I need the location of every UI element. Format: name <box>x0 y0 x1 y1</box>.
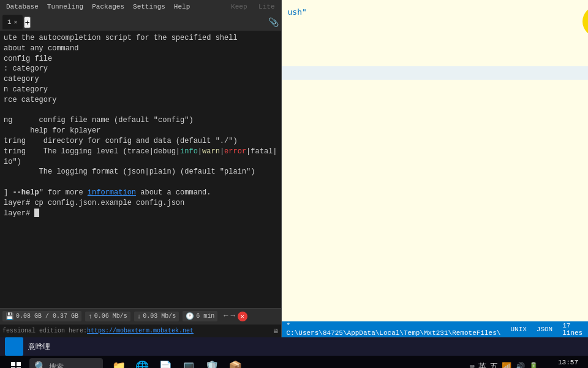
term-line-9: tring directory for config and data (def… <box>4 136 277 147</box>
close-icon[interactable]: ✕ <box>14 18 18 26</box>
status-lines: 17 lines <box>562 322 582 337</box>
search-input[interactable] <box>49 362 86 368</box>
term-line-7: ng config file name (default "config") <box>4 115 277 126</box>
status-disk: 💾 0.08 GB / 0.37 GB <box>2 311 81 321</box>
status-download: ↓ 0.03 Mb/s <box>134 312 179 321</box>
editor-text: ush" <box>288 6 588 18</box>
term-line-4: category <box>4 74 277 85</box>
svg-rect-1 <box>17 362 21 366</box>
monitor-icon: 🖥 <box>273 328 279 335</box>
term-line-6: rce category <box>4 95 277 105</box>
system-tray: ⌨ 英 五 📶 🔊 🔋 13:57 2023/5/16 <box>465 358 583 368</box>
taskbar-app-pkg[interactable]: 📦 <box>224 356 246 368</box>
term-line-1: about any command <box>4 44 277 54</box>
disk-value: 0.08 GB / 0.37 GB <box>16 313 78 320</box>
search-bar[interactable]: 🔍 <box>29 358 103 368</box>
taskbar-app-edge[interactable]: 🌐 <box>131 356 153 368</box>
terminal-content: ute the autocompletion script for the sp… <box>0 31 281 308</box>
menu-settings[interactable]: Settings <box>129 2 169 12</box>
encoding-text: UNIX <box>510 326 526 333</box>
clock-time: 13:57 <box>558 358 578 367</box>
main-container: Database Tunneling Packages Settings Hel… <box>0 0 588 368</box>
footer-text-pre: fessional edition here: <box>2 328 87 334</box>
term-line-3: : category <box>4 64 277 74</box>
taskbar-app-shield[interactable]: 🛡️ <box>201 356 223 368</box>
format-text: JSON <box>537 326 552 333</box>
terminal-tab-bar: 1 ✕ + 📎 <box>0 13 281 31</box>
svg-rect-0 <box>11 362 15 366</box>
new-tab-button[interactable]: + <box>24 17 31 28</box>
term-line-5: n category <box>4 85 277 95</box>
menu-help[interactable]: Help <box>170 2 194 12</box>
disk-icon: 💾 <box>6 312 14 320</box>
clock-display: 13:57 2023/5/16 <box>542 358 578 368</box>
terminal-tab-1[interactable]: 1 ✕ <box>2 15 23 29</box>
status-encoding: UNIX <box>510 326 526 333</box>
term-line-12: The logging format (json|plain) (default… <box>4 167 277 177</box>
status-filepath: * C:\Users\84725\AppData\Local\Temp\Mxt2… <box>287 322 501 337</box>
lines-text: 17 lines <box>562 322 582 337</box>
upload-value: 0.06 Mb/s <box>94 313 127 320</box>
terminal-panel: Database Tunneling Packages Settings Hel… <box>0 0 282 337</box>
tray-battery-icon[interactable]: 🔋 <box>529 362 538 368</box>
term-line-10: tring The logging level (trace|debug|inf… <box>4 147 277 157</box>
taskbar-apps: 📁 🌐 📄 💻 🛡️ 📦 <box>108 356 246 368</box>
taskbar-app-vscode[interactable]: 💻 <box>178 356 200 368</box>
time-value: 6 min <box>196 313 214 320</box>
menu-bar: Database Tunneling Packages Settings Hel… <box>0 0 281 13</box>
menu-packages[interactable]: Packages <box>88 2 128 12</box>
taskbar-app-explorer[interactable]: 📁 <box>108 356 130 368</box>
tray-language-icon[interactable]: 英 <box>478 361 486 368</box>
upload-icon: ↑ <box>88 313 92 320</box>
tray-wifi-icon[interactable]: 📶 <box>502 362 511 368</box>
term-line-2: config file <box>4 54 277 64</box>
filepath-text: * C:\Users\84725\AppData\Local\Temp\Mxt2… <box>287 322 501 337</box>
windows-logo-icon <box>11 362 21 368</box>
term-line-13: ] --help" for more information about a c… <box>4 188 277 198</box>
term-line-11: io") <box>4 157 277 167</box>
status-time: 🕐 6 min <box>183 311 217 321</box>
editor-panel: I ush" * C:\Users\84725\AppData\Local\Te… <box>282 0 588 337</box>
menu-keep[interactable]: Keep <box>227 2 251 12</box>
nav-back-button[interactable]: ← <box>224 312 228 321</box>
taskbar-app-word[interactable]: 📄 <box>154 356 176 368</box>
editor-line-1: ush" <box>288 6 588 18</box>
editor-status-bar: * C:\Users\84725\AppData\Local\Temp\Mxt2… <box>282 321 588 337</box>
download-icon: ↓ <box>137 313 141 320</box>
menu-database[interactable]: Database <box>2 2 42 12</box>
terminal-status-bar: 💾 0.08 GB / 0.37 GB ↑ 0.06 Mb/s ↓ 0.03 M… <box>0 308 281 324</box>
status-format: JSON <box>537 326 552 333</box>
nav-forward-button[interactable]: → <box>231 312 235 321</box>
tray-keyboard-icon[interactable]: ⌨ <box>470 362 475 368</box>
menu-lite[interactable]: Lite <box>255 2 278 12</box>
term-line-blank2 <box>4 177 277 188</box>
term-line-8: help for kplayer <box>4 126 277 136</box>
search-icon: 🔍 <box>34 361 47 368</box>
term-line-14: layer# cp config.json.example config.jso… <box>4 198 277 209</box>
chinese-bar: 意哗哩 <box>0 337 588 356</box>
tray-sound-icon[interactable]: 🔊 <box>515 362 525 368</box>
chinese-text: 意哗哩 <box>28 342 50 352</box>
clock-icon: 🕐 <box>186 312 194 320</box>
windows-taskbar: 🔍 📁 🌐 📄 💻 🛡️ 📦 ⌨ 英 五 📶 🔊 🔋 <box>0 356 588 368</box>
term-line-15: layer# <box>4 209 277 219</box>
editor-content: I ush" <box>282 0 588 321</box>
term-line-blank1 <box>4 105 277 116</box>
tray-input-icon[interactable]: 五 <box>490 361 498 368</box>
terminal-footer: fessional edition here: https://mobaxter… <box>0 324 281 337</box>
highlight-line <box>282 66 588 80</box>
status-upload: ↑ 0.06 Mb/s <box>85 312 130 321</box>
download-value: 0.03 Mb/s <box>143 313 176 320</box>
terminal-tab-label: 1 <box>7 18 12 26</box>
footer-link[interactable]: https://mobaxterm.mobatek.net <box>87 328 194 334</box>
disconnect-button[interactable]: ✕ <box>238 312 247 321</box>
attach-icon: 📎 <box>268 17 279 28</box>
menu-tunneling[interactable]: Tunneling <box>43 2 87 12</box>
taskbar-area: 意哗哩 🔍 📁 🌐 📄 <box>0 337 588 368</box>
top-area: Database Tunneling Packages Settings Hel… <box>0 0 588 337</box>
windows-start-button[interactable] <box>5 356 27 368</box>
blue-app-icon[interactable] <box>5 337 23 356</box>
term-line-0: ute the autocompletion script for the sp… <box>4 33 277 44</box>
